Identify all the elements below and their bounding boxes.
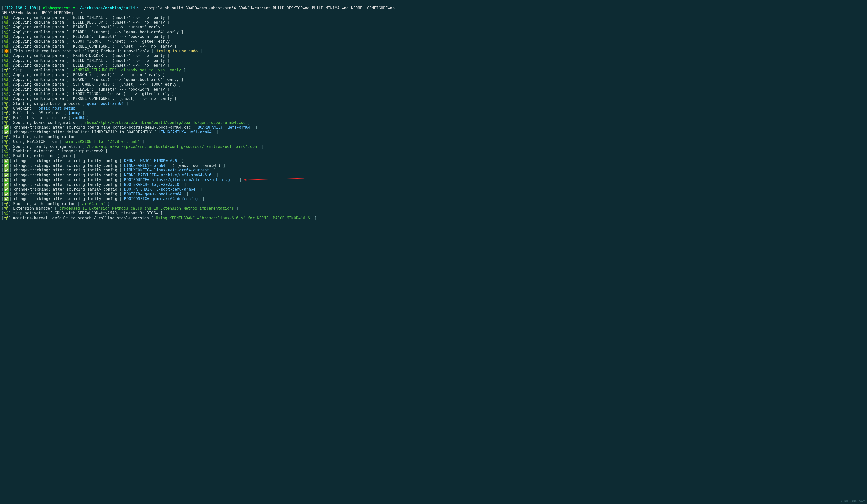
prompt-path: ~/workspace/armbian/build	[77, 6, 135, 10]
log-line: Enabling extension [ grub ]	[13, 154, 75, 158]
check-icon: ✅	[4, 192, 9, 196]
leaf-icon: 🌿	[4, 20, 9, 25]
log-line: Applying cmdline param [ 'BOARD': '(unse…	[13, 30, 183, 34]
log-line: This script requires root privileges; Do…	[14, 49, 202, 53]
log-line: Applying cmdline param [ 'BUILD_MINIMAL'…	[13, 15, 170, 20]
leaf-icon: 🌿	[4, 25, 9, 30]
log-line: change-tracking: after sourcing family c…	[14, 192, 189, 196]
log-line: Applying cmdline param [ 'BUILD_DESKTOP'…	[13, 63, 170, 68]
leaf-icon: 🌿	[4, 96, 9, 101]
check-icon: ✅	[4, 125, 9, 130]
log-line: change-tracking: after sourcing family c…	[14, 173, 218, 177]
leaf-icon: 🌿	[4, 73, 9, 77]
check-icon: ✅	[4, 168, 9, 173]
sprout-icon: 🌱	[4, 134, 9, 139]
log-line: Extension manager [ processed 11 Extensi…	[13, 206, 238, 211]
sprout-icon: 🌱	[4, 206, 9, 211]
log-line: Applying cmdline param [ 'BUILD_DESKTOP'…	[13, 20, 170, 25]
log-line: Sourcing arch configuration [ arm64.conf…	[13, 201, 110, 206]
log-line: Applying cmdline param [ 'KERNEL_CONFIGU…	[13, 96, 176, 101]
log-line: Applying cmdline param [ 'SET_OWNER_TO_U…	[13, 82, 181, 87]
log-line: change-tracking: after sourcing family c…	[14, 197, 205, 201]
log-line: Applying cmdline param [ 'RELEASE': '(un…	[13, 34, 170, 39]
leaf-icon: 🌿	[4, 58, 9, 63]
leaf-icon: 🌿	[4, 53, 9, 58]
check-icon: ✅	[4, 187, 9, 191]
log-line: Build host OS release [ jammy ]	[13, 111, 85, 115]
log-line: Applying cmdline param [ 'UBOOT_MIRROR':…	[13, 39, 174, 44]
log-line: Applying cmdline param [ 'BRANCH': '(uns…	[13, 73, 165, 77]
log-line: Sourcing board configuration [ /home/alp…	[13, 120, 250, 125]
log-line: Applying cmdline param [ 'KERNEL_CONFIGU…	[13, 44, 176, 48]
prompt-user: alpha@mascot.x	[43, 6, 75, 10]
log-line: Starting main configuration	[13, 134, 75, 139]
log-line: Applying cmdline param [ 'RELEASE': '(un…	[13, 87, 170, 91]
sprout-icon: 🌱	[4, 68, 9, 73]
log-line: Applying cmdline param [ 'PREFER_DOCKER'…	[13, 53, 170, 58]
log-line: change-tracking: after sourcing family c…	[14, 178, 241, 182]
leaf-icon: 🌿	[4, 44, 9, 48]
log-line: change-tracking: after sourcing board fi…	[14, 125, 257, 130]
sprout-icon: 🌱	[4, 201, 9, 206]
sprout-icon: 🌱	[4, 120, 9, 125]
log-line: change-tracking: after sourcing family c…	[14, 163, 225, 168]
command-line-cont: RELEASE=bookworm UBOOT_MIRROR=gitee	[1, 11, 82, 15]
log-line: Enabling extension [ image-output-qcow2 …	[13, 149, 107, 153]
prompt-dollar: $	[137, 6, 139, 10]
leaf-icon: 🌿	[4, 77, 9, 82]
prompt-ip: [192.168.2.108]	[4, 6, 38, 10]
check-icon: ✅	[4, 130, 9, 134]
sprout-icon: 🌱	[4, 111, 9, 115]
leaf-icon: 🌿	[4, 91, 9, 96]
leaf-icon: 🌿	[4, 39, 9, 44]
leaf-icon: 🌿	[4, 34, 9, 39]
log-line: mainline-kernel: default to branch / rol…	[13, 216, 317, 220]
check-icon: ✅	[4, 158, 9, 163]
log-line: Using REVISION from [ main VERSION file:…	[13, 140, 144, 144]
log-line: skip activating [ GRUB with SERIALCON=tt…	[13, 211, 163, 216]
leaf-icon: 🌿	[4, 63, 9, 68]
sprout-icon: 🌱	[4, 216, 9, 220]
log-line: Starting single build process [ qemu-ubo…	[13, 101, 128, 106]
log-line: change-tracking: after sourcing family c…	[14, 158, 184, 163]
log-line: Skip cmdline param [ 'ARMBIAN_RELAUNCHED…	[13, 68, 185, 73]
log-line: change-tracking: after sourcing family c…	[14, 187, 202, 191]
log-line: Applying cmdline param [ 'BRANCH': '(uns…	[13, 25, 165, 30]
sprout-icon: 🌱	[4, 101, 9, 106]
terminal-output: [[192.168.2.108]] alpha@mascot.x ~/works…	[0, 0, 867, 222]
leaf-icon: 🌿	[4, 87, 9, 91]
log-line: change-tracking: after defaulting LINUXF…	[14, 130, 218, 134]
leaf-icon: 🌿	[4, 82, 9, 87]
log-line: change-tracking: after sourcing family c…	[14, 168, 216, 173]
leaf-icon: 🌿	[4, 149, 9, 153]
sprout-icon: 🌱	[4, 116, 9, 120]
sprout-icon: 🌱	[4, 106, 9, 111]
warn-icon: 🔶	[4, 49, 9, 53]
command-line: ./compile.sh build BOARD=qemu-uboot-arm6…	[142, 6, 395, 10]
check-icon: ✅	[4, 178, 9, 182]
log-line: Applying cmdline param [ 'BUILD_MINIMAL'…	[13, 58, 170, 63]
log-line: Sourcing family configuration [ /home/al…	[13, 144, 264, 149]
log-line: Applying cmdline param [ 'UBOOT_MIRROR':…	[13, 91, 174, 96]
log-line: change-tracking: after sourcing family c…	[14, 183, 186, 187]
check-icon: ✅	[4, 163, 9, 168]
sprout-icon: 🌱	[4, 140, 9, 144]
sprout-icon: 🌱	[4, 144, 9, 149]
log-line: Applying cmdline param [ 'BOARD': '(unse…	[13, 77, 183, 82]
log-line: Build host architecture [ amd64 ]	[13, 116, 89, 120]
check-icon: ✅	[4, 197, 9, 201]
check-icon: ✅	[4, 183, 9, 187]
leaf-icon: 🌿	[4, 30, 9, 34]
log-line: Checking [ basic host setup ]	[13, 106, 80, 111]
leaf-icon: 🌿	[4, 15, 9, 20]
leaf-icon: 🌿	[4, 154, 9, 158]
check-icon: ✅	[4, 173, 9, 177]
leaf-icon: 🌿	[4, 211, 9, 216]
